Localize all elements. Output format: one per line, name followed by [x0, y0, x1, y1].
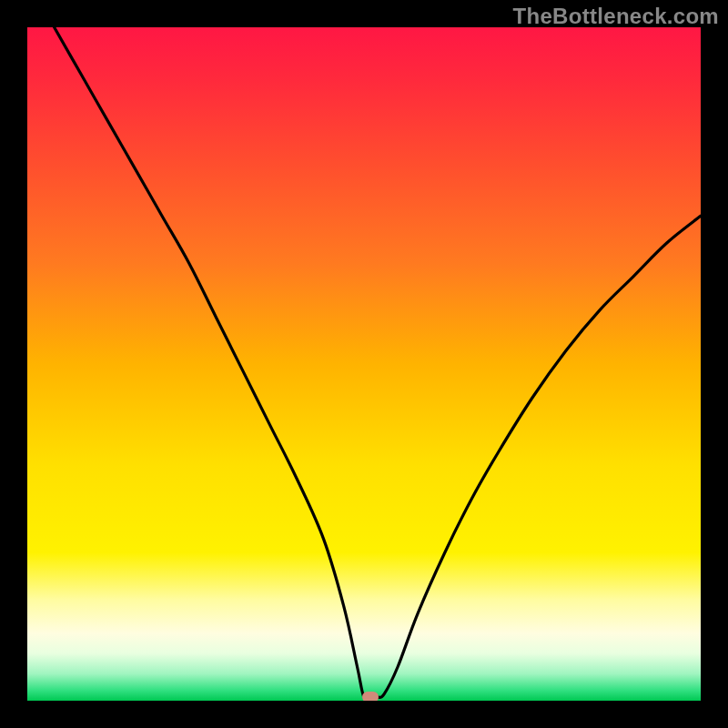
- chart-container: TheBottleneck.com: [0, 0, 728, 728]
- bottleneck-curve: [27, 27, 701, 701]
- plot-area: [27, 27, 701, 701]
- optimum-marker: [362, 692, 379, 701]
- watermark-text: TheBottleneck.com: [513, 4, 719, 29]
